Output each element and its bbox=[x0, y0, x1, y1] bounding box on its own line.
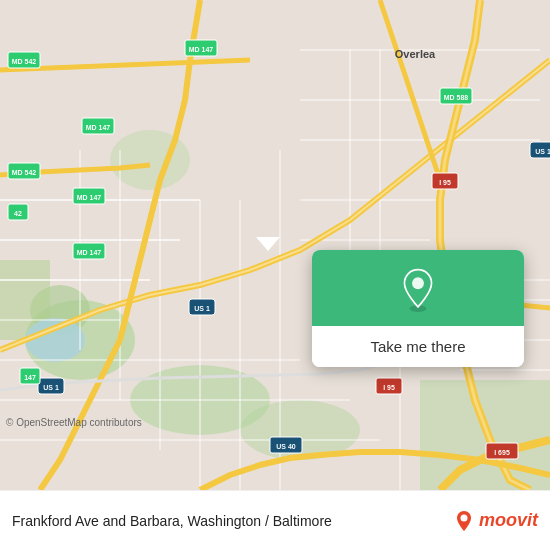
svg-text:MD 147: MD 147 bbox=[189, 46, 214, 53]
take-me-there-button[interactable]: Take me there bbox=[312, 326, 524, 367]
svg-point-73 bbox=[412, 277, 424, 289]
svg-text:US 1: US 1 bbox=[43, 384, 59, 391]
location-pin-icon bbox=[396, 268, 440, 312]
svg-text:MD 542: MD 542 bbox=[12, 58, 37, 65]
moovit-text-label: moovit bbox=[479, 510, 538, 531]
copyright-text: © OpenStreetMap contributors bbox=[6, 417, 142, 428]
svg-text:Overlea: Overlea bbox=[395, 48, 436, 60]
svg-text:US 1: US 1 bbox=[535, 148, 550, 155]
svg-text:147: 147 bbox=[24, 374, 36, 381]
svg-text:MD 542: MD 542 bbox=[12, 169, 37, 176]
map: US 1 US 1 US 1 MD 542 MD 542 MD 147 MD 1… bbox=[0, 0, 550, 490]
svg-text:US 40: US 40 bbox=[276, 443, 296, 450]
location-popup[interactable]: Take me there bbox=[162, 120, 374, 251]
svg-text:US 1: US 1 bbox=[194, 305, 210, 312]
moovit-logo: moovit bbox=[453, 510, 538, 532]
svg-point-74 bbox=[460, 514, 467, 521]
svg-text:MD 147: MD 147 bbox=[77, 249, 102, 256]
popup-tail bbox=[256, 237, 280, 251]
svg-point-8 bbox=[25, 318, 85, 362]
svg-text:MD 147: MD 147 bbox=[77, 194, 102, 201]
moovit-pin-icon bbox=[453, 510, 475, 532]
svg-text:42: 42 bbox=[14, 210, 22, 217]
location-label: Frankford Ave and Barbara, Washington / … bbox=[12, 513, 453, 529]
svg-text:I 95: I 95 bbox=[383, 384, 395, 391]
bottom-bar: Frankford Ave and Barbara, Washington / … bbox=[0, 490, 550, 550]
svg-text:I 695: I 695 bbox=[494, 449, 510, 456]
svg-text:MD 588: MD 588 bbox=[444, 94, 469, 101]
svg-text:I 95: I 95 bbox=[439, 179, 451, 186]
popup-green-header bbox=[312, 250, 524, 326]
svg-text:MD 147: MD 147 bbox=[86, 124, 111, 131]
